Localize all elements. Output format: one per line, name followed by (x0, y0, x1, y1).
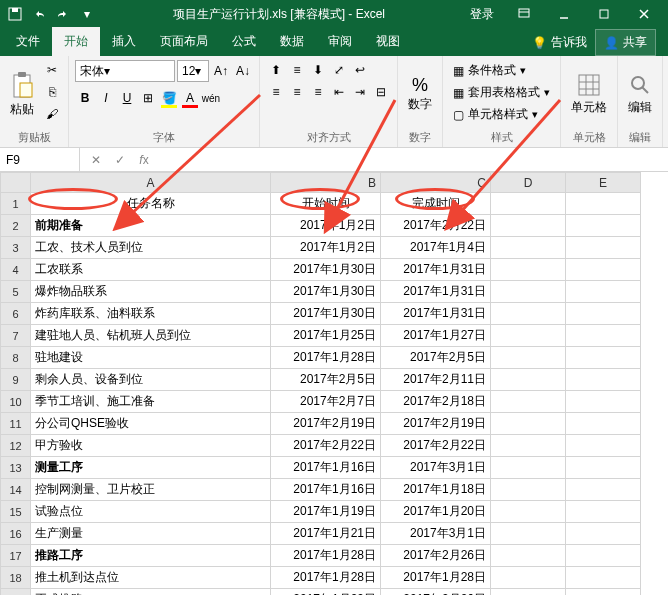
cell[interactable] (491, 325, 566, 347)
cell[interactable] (491, 193, 566, 215)
row-header[interactable]: 12 (1, 435, 31, 457)
cell[interactable]: 2017年3月1日 (381, 457, 491, 479)
col-header[interactable]: C (381, 173, 491, 193)
cut-icon[interactable]: ✂ (42, 60, 62, 80)
formula-input[interactable] (160, 148, 668, 171)
cell[interactable]: 2017年1月2日 (271, 237, 381, 259)
cell[interactable] (566, 237, 641, 259)
cell[interactable]: 2017年2月26日 (381, 545, 491, 567)
cell[interactable]: 完成时间 (381, 193, 491, 215)
cell[interactable]: 2017年1月30日 (271, 259, 381, 281)
table-row[interactable]: 5爆炸物品联系2017年1月30日2017年1月31日 (1, 281, 641, 303)
table-row[interactable]: 3工农、技术人员到位2017年1月2日2017年1月4日 (1, 237, 641, 259)
cell[interactable] (566, 457, 641, 479)
row-header[interactable]: 11 (1, 413, 31, 435)
cell[interactable] (491, 303, 566, 325)
table-format-button[interactable]: ▦套用表格格式 ▾ (449, 82, 554, 103)
cell[interactable]: 建驻地人员、钻机班人员到位 (31, 325, 271, 347)
cell[interactable] (491, 523, 566, 545)
table-row[interactable]: 11分公司QHSE验收2017年2月19日2017年2月19日 (1, 413, 641, 435)
cell[interactable] (566, 259, 641, 281)
maximize-icon[interactable] (584, 0, 624, 28)
cell[interactable] (491, 215, 566, 237)
cell[interactable]: 2017年1月21日 (271, 523, 381, 545)
cell[interactable]: 2017年1月20日 (381, 501, 491, 523)
cell[interactable] (566, 193, 641, 215)
cell[interactable]: 前期准备 (31, 215, 271, 237)
cell[interactable]: 生产测量 (31, 523, 271, 545)
align-center-icon[interactable]: ≡ (287, 82, 307, 102)
tell-me[interactable]: 💡告诉我 (532, 34, 587, 51)
cell[interactable] (566, 567, 641, 589)
cell[interactable]: 2017年1月18日 (381, 479, 491, 501)
cell[interactable] (566, 523, 641, 545)
cell[interactable]: 2017年1月30日 (271, 281, 381, 303)
cell[interactable] (491, 347, 566, 369)
cell[interactable]: 2017年1月31日 (381, 303, 491, 325)
row-header[interactable]: 5 (1, 281, 31, 303)
cell[interactable] (566, 435, 641, 457)
cell[interactable]: 2017年1月4日 (381, 237, 491, 259)
row-header[interactable]: 6 (1, 303, 31, 325)
align-middle-icon[interactable]: ≡ (287, 60, 307, 80)
col-header[interactable]: B (271, 173, 381, 193)
table-row[interactable]: 18推土机到达点位2017年1月28日2017年1月28日 (1, 567, 641, 589)
cell[interactable] (566, 281, 641, 303)
cell[interactable]: 2017年1月31日 (381, 259, 491, 281)
cell-styles-button[interactable]: ▢单元格样式 ▾ (449, 104, 554, 125)
row-header[interactable]: 2 (1, 215, 31, 237)
cell[interactable]: 季节工培训、施工准备 (31, 391, 271, 413)
table-row[interactable]: 7建驻地人员、钻机班人员到位2017年1月25日2017年1月27日 (1, 325, 641, 347)
font-size-select[interactable]: 12 ▾ (177, 60, 209, 82)
cell[interactable]: 2017年2月26日 (381, 589, 491, 596)
cell[interactable]: 驻地建设 (31, 347, 271, 369)
increase-indent-icon[interactable]: ⇥ (350, 82, 370, 102)
number-format-button[interactable]: % 数字 (404, 60, 436, 128)
ribbon-options-icon[interactable] (504, 0, 544, 28)
table-row[interactable]: 4工农联系2017年1月30日2017年1月31日 (1, 259, 641, 281)
row-header[interactable]: 14 (1, 479, 31, 501)
cell[interactable] (491, 501, 566, 523)
cell[interactable]: 2017年2月5日 (271, 369, 381, 391)
table-row[interactable]: 14控制网测量、卫片校正2017年1月16日2017年1月18日 (1, 479, 641, 501)
row-header[interactable]: 17 (1, 545, 31, 567)
cell[interactable]: 2017年1月2日 (271, 215, 381, 237)
align-right-icon[interactable]: ≡ (308, 82, 328, 102)
row-header[interactable]: 7 (1, 325, 31, 347)
cell[interactable] (566, 501, 641, 523)
cell[interactable]: 2017年1月28日 (271, 347, 381, 369)
select-all-corner[interactable] (1, 173, 31, 193)
cell[interactable]: 甲方验收 (31, 435, 271, 457)
login-button[interactable]: 登录 (460, 6, 504, 23)
row-header[interactable]: 10 (1, 391, 31, 413)
bold-button[interactable]: B (75, 88, 95, 108)
tab-view[interactable]: 视图 (364, 27, 412, 56)
cell[interactable] (566, 325, 641, 347)
cell[interactable]: 爆炸物品联系 (31, 281, 271, 303)
row-header[interactable]: 16 (1, 523, 31, 545)
row-header[interactable]: 13 (1, 457, 31, 479)
table-row[interactable]: 12甲方验收2017年2月22日2017年2月22日 (1, 435, 641, 457)
cell[interactable]: 开始时间 (271, 193, 381, 215)
cell[interactable] (491, 457, 566, 479)
row-header[interactable]: 4 (1, 259, 31, 281)
format-painter-icon[interactable]: 🖌 (42, 104, 62, 124)
cell[interactable]: 2017年1月28日 (271, 545, 381, 567)
cell[interactable]: 任务名称 (31, 193, 271, 215)
table-row[interactable]: 2前期准备2017年1月2日2017年2月22日 (1, 215, 641, 237)
decrease-indent-icon[interactable]: ⇤ (329, 82, 349, 102)
font-color-button[interactable]: A (180, 88, 200, 108)
sheet-area[interactable]: A B C D E 1任务名称开始时间完成时间2前期准备2017年1月2日201… (0, 172, 668, 595)
border-button[interactable]: ⊞ (138, 88, 158, 108)
cell[interactable]: 试验点位 (31, 501, 271, 523)
undo-icon[interactable] (28, 3, 50, 25)
row-header[interactable]: 9 (1, 369, 31, 391)
col-header[interactable]: A (31, 173, 271, 193)
cell[interactable] (491, 589, 566, 596)
cell[interactable]: 工农、技术人员到位 (31, 237, 271, 259)
cell[interactable]: 2017年1月16日 (271, 479, 381, 501)
cell[interactable] (566, 391, 641, 413)
tab-formulas[interactable]: 公式 (220, 27, 268, 56)
cell[interactable] (491, 413, 566, 435)
font-name-select[interactable]: 宋体 ▾ (75, 60, 175, 82)
